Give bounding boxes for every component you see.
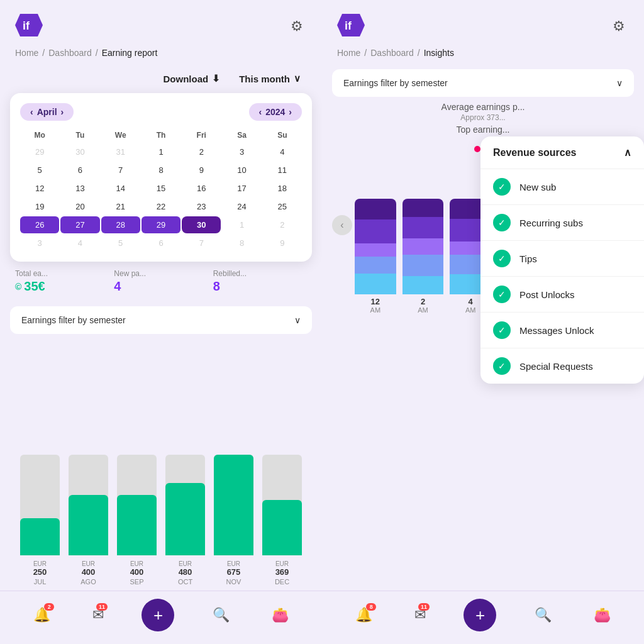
mail-button-left[interactable]: ✉ 11 <box>89 603 108 627</box>
chart-label-nov: EUR675NOV <box>214 558 253 586</box>
cal-cell[interactable]: 9 <box>182 162 221 179</box>
cal-cell[interactable]: 10 <box>222 162 261 179</box>
top-earning-text: Top earning... <box>332 125 634 135</box>
cal-cell-30[interactable]: 30 <box>182 216 221 233</box>
cal-cell[interactable]: 8 <box>222 235 261 252</box>
cal-cell[interactable]: 4 <box>263 143 302 160</box>
cal-cell[interactable]: 9 <box>263 235 302 252</box>
cal-cell[interactable]: 1 <box>142 143 180 160</box>
cal-cell[interactable]: 6 <box>60 162 99 179</box>
cal-cell[interactable]: 2 <box>182 143 221 160</box>
cal-cell[interactable]: 18 <box>263 180 302 197</box>
left-chart-labels: EUR250JULEUR400AGOEUR400SEPEUR480OCTEUR6… <box>10 555 312 591</box>
cal-cell-27[interactable]: 27 <box>60 216 99 233</box>
revenue-item[interactable]: ✓Post Unlocks <box>480 277 644 313</box>
cal-cell[interactable]: 20 <box>60 198 99 215</box>
cal-cell[interactable]: 11 <box>263 162 302 179</box>
chevron-right-icon2: › <box>289 107 292 117</box>
cal-cell[interactable]: 23 <box>182 198 221 215</box>
revenue-item[interactable]: ✓Tips <box>480 241 644 277</box>
left-panel: if ⚙ Home / Dashboard / Earning report D… <box>0 0 322 644</box>
cal-cell[interactable]: 1 <box>222 216 261 233</box>
cal-cell[interactable]: 29 <box>20 143 59 160</box>
cal-cell[interactable]: 12 <box>20 180 59 197</box>
month-nav-btn[interactable]: ‹ < April > April › <box>20 103 74 121</box>
cal-cell[interactable]: 24 <box>222 198 261 215</box>
cal-cell-28[interactable]: 28 <box>101 216 140 233</box>
bar-segment <box>402 199 444 217</box>
avg-earnings-text: Average earnings p... <box>332 102 634 112</box>
cal-header-th: Th <box>142 128 180 142</box>
left-header: if ⚙ <box>0 0 322 48</box>
revenue-item-label: Messages Unlock <box>519 325 594 336</box>
cal-cell[interactable]: 5 <box>101 235 140 252</box>
cal-cell[interactable]: 2 <box>263 216 302 233</box>
revenue-item[interactable]: ✓New sub <box>480 169 644 205</box>
revenue-item[interactable]: ✓Recurring subs <box>480 205 644 241</box>
cal-cell-26[interactable]: 26 <box>20 216 59 233</box>
wallet-button-right[interactable]: 👛 <box>590 603 614 627</box>
settings-button-left[interactable]: ⚙ <box>287 14 307 38</box>
wallet-icon-right: 👛 <box>594 607 611 623</box>
breadcrumb-right: Home / Dashboard / Insights <box>322 48 644 64</box>
chevron-left-icon: ‹ <box>30 107 33 117</box>
revenue-item[interactable]: ✓Special Requests <box>480 348 644 384</box>
add-button-right[interactable]: + <box>464 599 496 631</box>
cal-cell[interactable]: 7 <box>182 235 221 252</box>
year-nav-btn[interactable]: ‹ 2024 › <box>249 103 303 121</box>
cal-cell[interactable]: 30 <box>60 143 99 160</box>
wallet-button-left[interactable]: 👛 <box>268 603 292 627</box>
add-button-left[interactable]: + <box>142 599 174 631</box>
cal-cell[interactable]: 3 <box>20 235 59 252</box>
cal-cell[interactable]: 21 <box>101 198 140 215</box>
search-button-left[interactable]: 🔍 <box>209 603 233 627</box>
approx-text: Approx 373... <box>332 113 634 122</box>
calendar-grid: Mo Tu We Th Fri Sa Su 29 30 31 1 2 3 4 5… <box>20 128 302 252</box>
cal-cell[interactable]: 22 <box>142 198 180 215</box>
cal-cell[interactable]: 19 <box>20 198 59 215</box>
cal-header-tu: Tu <box>60 128 99 142</box>
cal-header-we: We <box>101 128 140 142</box>
cal-header-fr: Fri <box>182 128 221 142</box>
cal-cell[interactable]: 31 <box>101 143 140 160</box>
chevron-right-icon: › <box>61 107 64 117</box>
dot-active[interactable] <box>474 146 480 152</box>
bar-fill <box>20 518 60 555</box>
right-filter-bar[interactable]: Earnings filter by semester ∨ <box>332 69 634 97</box>
cal-cell[interactable]: 17 <box>222 180 261 197</box>
prev-arrow[interactable]: ‹ <box>332 215 352 235</box>
bell-button-left[interactable]: 🔔 2 <box>30 603 54 627</box>
cal-cell[interactable]: 5 <box>20 162 59 179</box>
cal-cell[interactable]: 15 <box>142 180 180 197</box>
check-icon: ✓ <box>493 178 511 196</box>
mail-button-right[interactable]: ✉ 11 <box>411 603 430 627</box>
cal-cell[interactable]: 3 <box>222 143 261 160</box>
revenue-item[interactable]: ✓Messages Unlock <box>480 313 644 348</box>
month-selector[interactable]: This month ∨ <box>233 69 307 88</box>
left-filter-bar[interactable]: Earnings filter by semester ∨ <box>10 306 312 334</box>
download-button[interactable]: Download ⬇ <box>157 69 227 88</box>
chevron-down-icon-right: ∨ <box>616 78 623 88</box>
download-icon: ⬇ <box>212 73 220 84</box>
cal-cell[interactable]: 14 <box>101 180 140 197</box>
revenue-item-label: Tips <box>519 253 537 264</box>
check-icon: ✓ <box>493 250 511 267</box>
settings-button-right[interactable]: ⚙ <box>609 14 629 38</box>
revenue-header: Revenue sources ∧ <box>480 136 644 169</box>
mail-badge-left: 11 <box>96 603 108 611</box>
search-button-right[interactable]: 🔍 <box>531 603 555 627</box>
cal-cell[interactable]: 25 <box>263 198 302 215</box>
right-bottom-nav: 🔔 8 ✉ 11 + 🔍 👛 <box>322 591 644 644</box>
cal-cell[interactable]: 13 <box>60 180 99 197</box>
bell-badge-right: 8 <box>366 603 376 611</box>
cal-cell[interactable]: 7 <box>101 162 140 179</box>
bell-button-right[interactable]: 🔔 8 <box>352 603 376 627</box>
insights-bar-col <box>355 156 396 294</box>
cal-cell[interactable]: 6 <box>142 235 180 252</box>
cal-cell[interactable]: 4 <box>60 235 99 252</box>
bar-segment <box>355 219 396 243</box>
cal-cell[interactable]: 16 <box>182 180 221 197</box>
breadcrumb-left: Home / Dashboard / Earning report <box>0 48 322 64</box>
cal-cell[interactable]: 8 <box>142 162 180 179</box>
cal-cell-29[interactable]: 29 <box>142 216 180 233</box>
